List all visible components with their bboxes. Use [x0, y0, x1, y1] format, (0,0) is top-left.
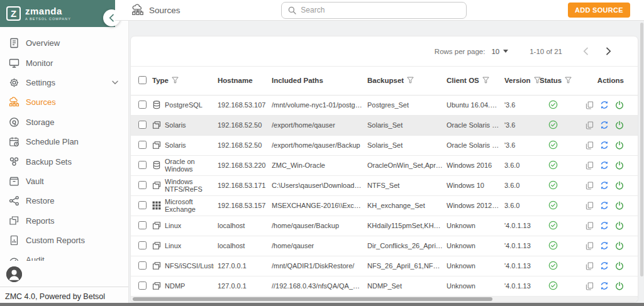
copy-button[interactable]	[586, 242, 594, 250]
copy-button[interactable]	[586, 101, 594, 109]
sidebar-item-vault[interactable]: Vault	[0, 172, 128, 191]
sidebar-item-settings[interactable]: Settings	[0, 73, 128, 92]
sidebar-item-label: Restore	[26, 196, 55, 205]
client-os-cell: Ubuntu 16.04.4 LTS	[447, 95, 504, 115]
folders-icon	[152, 261, 161, 270]
vertical-scrollbar-thumb[interactable]	[640, 23, 643, 276]
status-filter-icon[interactable]	[565, 77, 572, 84]
sidebar-bottom: ZMC 4.0, Powered by Betsol	[0, 266, 128, 302]
select-all-checkbox[interactable]	[138, 76, 147, 84]
sync-button[interactable]	[600, 101, 609, 109]
power-button[interactable]	[615, 221, 624, 230]
sidebar-item-label: Schedule Plan	[26, 137, 79, 146]
power-button[interactable]	[615, 181, 624, 190]
table-row: Linuxlocalhost/home/qauserDir_Conflicks_…	[131, 236, 638, 256]
row-checkbox[interactable]	[138, 261, 147, 270]
copy-button[interactable]	[586, 121, 594, 129]
column-header-status: Status	[540, 77, 562, 84]
row-checkbox[interactable]	[138, 101, 147, 109]
row-checkbox[interactable]	[138, 281, 147, 290]
reports-icon	[9, 216, 19, 226]
sidebar-item-custom-reports[interactable]: Custom Reports	[0, 231, 128, 250]
user-avatar[interactable]	[6, 266, 22, 282]
power-button[interactable]	[615, 201, 624, 210]
backupset-cell: NTFS_Set	[367, 175, 447, 195]
rows-per-page-select[interactable]: 10	[491, 48, 508, 55]
power-button[interactable]	[615, 261, 624, 270]
storage-icon	[9, 117, 19, 128]
sidebar-item-label: Custom Reports	[26, 236, 85, 245]
previous-page-button[interactable]	[577, 43, 594, 60]
copy-button[interactable]	[586, 182, 594, 190]
sidebar-item-sources[interactable]: Sources	[0, 92, 128, 112]
backupset-cell: Solaris_Set	[367, 135, 447, 155]
sidebar-item-audit[interactable]: Audit	[0, 250, 128, 261]
add-source-button[interactable]: ADD SOURCE	[568, 3, 630, 18]
sync-button[interactable]	[600, 281, 609, 290]
window-bottom-scrollbar[interactable]	[0, 303, 644, 306]
sidebar-item-reports[interactable]: Reports	[0, 211, 128, 231]
brand-tagline: A BETSOL COMPANY	[25, 17, 71, 21]
power-button[interactable]	[615, 101, 624, 109]
sync-button[interactable]	[600, 121, 609, 129]
type-label: NFS/iSCSI/Lustre	[165, 262, 214, 270]
sidebar-item-schedule-plan[interactable]: Schedule Plan	[0, 132, 128, 151]
sync-button[interactable]	[600, 261, 609, 270]
sync-button[interactable]	[600, 241, 609, 250]
backupset-cell: Postgres_Set	[367, 95, 447, 115]
sidebar-item-storage[interactable]: Storage	[0, 112, 128, 132]
backup-sets-icon	[9, 156, 19, 167]
power-button[interactable]	[615, 281, 624, 290]
power-button[interactable]	[615, 121, 624, 129]
status-ok-icon	[548, 160, 558, 170]
sidebar-item-monitor[interactable]: Monitor	[0, 53, 128, 72]
client-os-filter-icon[interactable]	[482, 77, 489, 84]
power-button[interactable]	[615, 241, 624, 250]
copy-button[interactable]	[586, 262, 594, 270]
sidebar: Z zmanda A BETSOL COMPANY OverviewMonito…	[0, 0, 129, 306]
status-ok-icon	[548, 180, 558, 190]
copy-button[interactable]	[586, 202, 594, 210]
folders-icon	[152, 281, 161, 290]
row-checkbox[interactable]	[138, 121, 147, 129]
sidebar-item-overview[interactable]: Overview	[0, 33, 128, 53]
copy-button[interactable]	[586, 222, 594, 230]
row-checkbox[interactable]	[138, 181, 147, 189]
row-checkbox[interactable]	[138, 161, 147, 169]
row-checkbox[interactable]	[138, 201, 147, 209]
sync-button[interactable]	[600, 221, 609, 230]
client-os-cell: Oracle Solaris 11...	[447, 115, 504, 135]
row-checkbox[interactable]	[138, 241, 147, 249]
version-cell: '4.0.1.13	[504, 276, 540, 296]
type-filter-icon[interactable]	[172, 77, 179, 84]
copy-button[interactable]	[586, 282, 594, 290]
power-button[interactable]	[615, 161, 624, 170]
search-input[interactable]	[301, 6, 460, 14]
hostname-cell: localhost	[218, 216, 272, 236]
client-os-cell: Unknown	[447, 256, 504, 276]
sync-button[interactable]	[600, 161, 609, 170]
sidebar-item-restore[interactable]: Restore	[0, 191, 128, 210]
included-paths-cell: C:\Users\qauser\Downloads\bkp	[272, 175, 367, 195]
copy-button[interactable]	[586, 161, 594, 170]
rows-per-page-value: 10	[491, 48, 499, 55]
sync-button[interactable]	[600, 181, 609, 190]
status-ok-icon	[548, 100, 558, 109]
power-button[interactable]	[615, 141, 624, 150]
version-cell: '4.0.1.13	[504, 236, 540, 256]
horizontal-scrollbar-track[interactable]	[131, 297, 638, 302]
sync-button[interactable]	[600, 141, 609, 150]
included-paths-cell: /home/qauser/Backup	[272, 216, 367, 236]
vertical-scrollbar-track[interactable]	[640, 23, 643, 298]
horizontal-scrollbar-thumb[interactable]	[133, 297, 492, 301]
table-row: Solaris192.168.52.50/export/home/qauserS…	[131, 115, 638, 135]
backupset-filter-icon[interactable]	[407, 77, 414, 84]
row-checkbox[interactable]	[138, 141, 147, 149]
copy-button[interactable]	[586, 141, 594, 150]
version-cell: '4.0.1.13	[504, 216, 540, 236]
sidebar-item-backup-sets[interactable]: Backup Sets	[0, 151, 128, 171]
sync-button[interactable]	[600, 201, 609, 210]
chevron-right-icon	[606, 47, 611, 55]
next-page-button[interactable]	[600, 43, 616, 60]
row-checkbox[interactable]	[138, 221, 147, 229]
